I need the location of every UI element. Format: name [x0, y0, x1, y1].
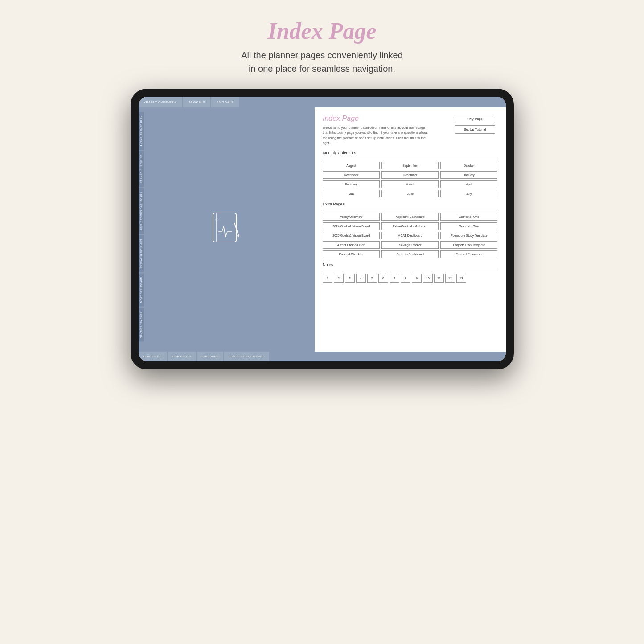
month-october[interactable]: October [440, 162, 497, 169]
monthly-calendars-section: Monthly Calendars August September Octob… [323, 151, 497, 197]
note-13[interactable]: 13 [456, 274, 466, 283]
month-september[interactable]: September [381, 162, 439, 169]
page-2024-goals[interactable]: 2024 Goals & Vision Board [323, 222, 380, 230]
tablet-frame: YEARLY OVERVIEW 24 GOALS 25 GOALS 4 YEAR… [131, 89, 514, 369]
monthly-section-title: Monthly Calendars [323, 151, 497, 155]
page-extracurricular[interactable]: Extra-Curricular Activities [381, 222, 439, 230]
left-side-tabs: 4 YEAR PREMED PLAN PREMED CHECKLIST APPL… [139, 107, 144, 352]
right-panel: Index Page Welcome to your planner dashb… [315, 107, 505, 352]
side-tab-checklist[interactable]: PREMED CHECKLIST [139, 151, 144, 187]
note-1[interactable]: 1 [323, 274, 332, 283]
svg-text:♡: ♡ [215, 218, 219, 223]
month-march[interactable]: March [381, 180, 439, 188]
page-savings-tracker[interactable]: Savings Tracker [381, 241, 439, 249]
page-4year-premed[interactable]: 4 Year Premed Plan [323, 241, 380, 249]
faq-button[interactable]: FAQ Page [455, 115, 495, 123]
page-subtitle: All the planner pages conveniently linke… [241, 49, 402, 75]
page-applicant-dashboard[interactable]: Applicant Dashboard [381, 213, 439, 221]
note-8[interactable]: 8 [401, 274, 410, 283]
month-july[interactable]: July [440, 190, 497, 197]
page-projects-plan[interactable]: Projects Plan Template [440, 241, 497, 249]
tab-semester1[interactable]: SEMESTER 1 [139, 352, 167, 361]
month-december[interactable]: December [381, 171, 439, 179]
extra-divider [323, 209, 497, 209]
notes-grid: 1 2 3 4 5 6 7 8 9 10 11 12 13 [323, 274, 497, 283]
extra-pages-section: Extra Pages Yearly Overview Applicant Da… [323, 202, 497, 258]
note-9[interactable]: 9 [412, 274, 422, 283]
main-content: 4 YEAR PREMED PLAN PREMED CHECKLIST APPL… [139, 107, 506, 352]
month-may[interactable]: May [323, 190, 380, 197]
note-5[interactable]: 5 [367, 274, 377, 283]
tab-24-goals[interactable]: 24 GOALS [183, 97, 211, 107]
extra-section-title: Extra Pages [323, 202, 497, 206]
note-7[interactable]: 7 [390, 274, 399, 283]
note-12[interactable]: 12 [445, 274, 455, 283]
page-semester-one[interactable]: Semester One [440, 213, 497, 221]
tab-25-goals[interactable]: 25 GOALS [211, 97, 239, 107]
left-panel: 4 YEAR PREMED PLAN PREMED CHECKLIST APPL… [139, 107, 315, 352]
page-projects-dashboard[interactable]: Projects Dashboard [381, 250, 439, 258]
notes-section-title: Notes [323, 263, 497, 267]
side-tab-savings[interactable]: SAVINGS TRACKER [139, 308, 144, 341]
index-description: Welcome to your planner dashboard! Think… [323, 125, 430, 145]
note-2[interactable]: 2 [334, 274, 344, 283]
note-3[interactable]: 3 [345, 274, 355, 283]
note-11[interactable]: 11 [434, 274, 444, 283]
page-2025-goals[interactable]: 2025 Goals & Vision Board [323, 232, 380, 239]
page-pomodoro[interactable]: Pomodoro Study Template [440, 232, 497, 239]
month-june[interactable]: June [381, 190, 439, 197]
setup-button[interactable]: Set Up Tutorial [455, 125, 495, 134]
notes-section: Notes 1 2 3 4 5 6 7 8 9 10 11 12 [323, 263, 497, 283]
note-4[interactable]: 4 [356, 274, 366, 283]
monthly-calendar-grid: August September October November Decemb… [323, 162, 497, 197]
side-tab-extracurriculars[interactable]: EXTRACURRICULARS [139, 235, 144, 272]
note-10[interactable]: 10 [423, 274, 433, 283]
page-semester-two[interactable]: Semester Two [440, 222, 497, 230]
bottom-tabs-bar: SEMESTER 1 SEMESTER 2 POMODORO PROJECTS … [139, 352, 506, 361]
side-tab-premed-plan[interactable]: 4 YEAR PREMED PLAN [139, 112, 144, 150]
side-tab-mcat[interactable]: MCAT DASHBOARD [139, 273, 144, 306]
side-tab-applications[interactable]: APPLICATIONS DASHBOARD [139, 188, 144, 234]
tab-yearly-overview[interactable]: YEARLY OVERVIEW [139, 97, 182, 107]
page-header: Index Page All the planner pages conveni… [241, 18, 402, 75]
tab-projects-dashboard[interactable]: PROJECTS DASHBOARD [224, 352, 269, 361]
month-january[interactable]: January [440, 171, 497, 179]
tablet-screen: YEARLY OVERVIEW 24 GOALS 25 GOALS 4 YEAR… [139, 97, 506, 361]
notebook-illustration: ♡ [209, 209, 244, 250]
page-title: Index Page [241, 18, 402, 44]
page-yearly-overview[interactable]: Yearly Overview [323, 213, 380, 221]
note-6[interactable]: 6 [378, 274, 388, 283]
month-february[interactable]: February [323, 180, 380, 188]
month-november[interactable]: November [323, 171, 380, 179]
page-premed-checklist[interactable]: Premed Checklist [323, 250, 380, 258]
tab-pomodoro[interactable]: POMODORO [197, 352, 223, 361]
top-action-buttons: FAQ Page Set Up Tutorial [455, 115, 495, 134]
month-august[interactable]: August [323, 162, 380, 169]
month-april[interactable]: April [440, 180, 497, 188]
tab-semester2[interactable]: SEMESTER 2 [168, 352, 196, 361]
monthly-divider [323, 158, 497, 158]
extra-pages-grid: Yearly Overview Applicant Dashboard Seme… [323, 213, 497, 258]
page-premed-resources[interactable]: Premed Resources [440, 250, 497, 258]
top-tabs-bar: YEARLY OVERVIEW 24 GOALS 25 GOALS [139, 97, 506, 107]
notes-divider [323, 270, 497, 270]
page-mcat-dashboard[interactable]: MCAT Dashboard [381, 232, 439, 239]
